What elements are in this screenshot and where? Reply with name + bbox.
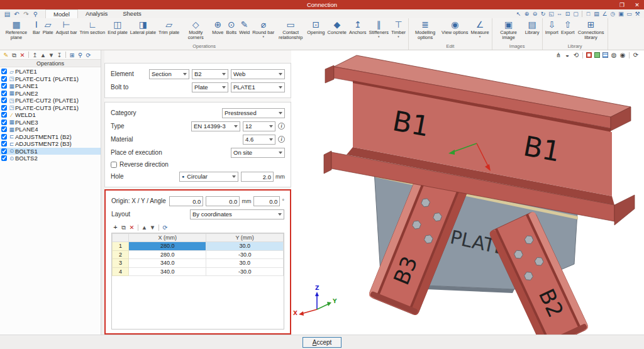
screen-icon[interactable]: ▢: [572, 10, 580, 18]
copy-icon[interactable]: ⧉: [10, 51, 18, 59]
refresh-icon[interactable]: ⟳: [84, 51, 92, 59]
tree-item-plate-cut3-plate1[interactable]: ◳PLATE-CUT3 (PLATE1): [0, 104, 101, 112]
tree-item-plane2[interactable]: ▦PLANE2: [0, 90, 101, 97]
ribbon-item-end-plate[interactable]: ◫End plate: [106, 19, 129, 36]
row-number-cell[interactable]: 3: [113, 259, 129, 268]
window-layout-icon[interactable]: □: [584, 10, 592, 18]
ribbon-item-trim-plate[interactable]: ▱Trim plate: [157, 19, 180, 36]
tree-item-plane1[interactable]: ▦PLANE1: [0, 82, 101, 90]
select-arrow-icon[interactable]: ↖: [514, 10, 523, 18]
ribbon-item-measure[interactable]: ∠Measure▾: [470, 19, 491, 38]
ribbon-item-timber[interactable]: ⊤Timber▾: [390, 19, 407, 38]
row-down-icon[interactable]: ▼: [148, 223, 157, 231]
group-tree-icon[interactable]: ⊞: [68, 51, 76, 59]
zoom-in-icon[interactable]: ⊕: [523, 10, 531, 18]
ribbon-item-move[interactable]: ⊕Move: [211, 19, 225, 36]
move-down-icon[interactable]: ▼: [47, 51, 55, 59]
origin-y-input[interactable]: 0.0: [206, 196, 240, 206]
render-sphere-icon[interactable]: ◍: [609, 52, 618, 58]
solid-green-icon[interactable]: [594, 52, 600, 58]
reverse-direction-checkbox[interactable]: [111, 162, 117, 168]
ribbon-item-stiffeners[interactable]: ∥Stiffeners▾: [368, 19, 391, 38]
ribbon-item-modify-corners[interactable]: ◇Modify corners: [180, 19, 211, 41]
hole-value-input[interactable]: 2.0: [241, 172, 274, 182]
tools-icon[interactable]: ⚒: [633, 10, 641, 18]
tree-item-checkbox[interactable]: [1, 69, 7, 74]
element-member-select[interactable]: B2: [192, 69, 228, 79]
bolt-to-type-select[interactable]: Plate: [192, 82, 228, 92]
material-select[interactable]: 4.6: [243, 135, 275, 145]
tree-item-checkbox[interactable]: [1, 76, 7, 82]
tree-item-plane3[interactable]: ▦PLANE3: [0, 119, 101, 126]
row-number-cell[interactable]: 1: [113, 242, 129, 251]
ribbon-item-lateral-plate[interactable]: ◨Lateral plate: [129, 19, 157, 36]
row-number-cell[interactable]: 4: [113, 267, 129, 276]
edit-icon[interactable]: ✎: [2, 51, 10, 59]
bolt-to-target-select[interactable]: PLATE1: [231, 82, 285, 92]
tree-item-checkbox[interactable]: [1, 148, 7, 154]
tree-item-checkbox[interactable]: [1, 141, 7, 147]
accept-button[interactable]: Accept: [303, 337, 341, 348]
search-icon[interactable]: ⚲: [76, 51, 84, 59]
ribbon-item-round-bar[interactable]: ⌀Round bar▾: [251, 19, 275, 38]
tab-analysis[interactable]: Analysis: [78, 9, 115, 18]
shaded-view-icon[interactable]: ◒: [563, 52, 572, 58]
x-value-cell[interactable]: 280.0: [129, 250, 206, 259]
zoom-out-icon[interactable]: ⊖: [531, 10, 539, 18]
delete-icon[interactable]: ✕: [18, 51, 26, 59]
ribbon-item-modelling-options[interactable]: ≣Modelling options: [410, 19, 440, 41]
refresh-table-icon[interactable]: ⟳: [161, 223, 169, 231]
zoom-window-icon[interactable]: ◱: [547, 10, 555, 18]
tab-model[interactable]: Model: [45, 9, 78, 18]
ribbon-item-concrete[interactable]: ◆Concrete: [326, 19, 348, 36]
tree-item-weld1[interactable]: ∕WELD1: [0, 111, 101, 119]
add-row-icon[interactable]: +: [111, 223, 119, 231]
pan-icon[interactable]: ⇔: [555, 10, 564, 18]
tree-item-checkbox[interactable]: [1, 112, 7, 118]
tree-item-plate-cut2-plate1[interactable]: ◳PLATE-CUT2 (PLATE1): [0, 97, 101, 104]
zoom-rotate-icon[interactable]: ↻: [539, 10, 547, 18]
rotate-reset-icon[interactable]: ⟳: [631, 52, 640, 58]
save-icon[interactable]: ▤: [3, 10, 12, 18]
ribbon-item-weld[interactable]: ✎Weld: [238, 19, 251, 36]
tree-item-checkbox[interactable]: [1, 91, 7, 96]
tree-item-bolts1[interactable]: ⊙BOLTS1: [0, 148, 101, 155]
ribbon-item-contact-relationship[interactable]: ▭Contact relationship: [275, 19, 306, 41]
row-number-cell[interactable]: 2: [113, 250, 129, 259]
origin-angle-input[interactable]: 0.0: [253, 196, 280, 206]
zoom-fit-icon[interactable]: ⊡: [564, 10, 572, 18]
type-size-select[interactable]: 12: [243, 121, 275, 131]
clock-icon[interactable]: ◷: [609, 10, 617, 18]
origin-x-input[interactable]: 0.0: [169, 196, 203, 206]
ribbon-item-opening[interactable]: ⊡Opening: [306, 19, 326, 36]
tab-sheets[interactable]: Sheets: [115, 9, 149, 18]
type-info-icon[interactable]: i: [278, 123, 285, 130]
tree-item-plate1[interactable]: ▱PLATE1: [0, 68, 101, 75]
y-value-cell[interactable]: -30.0: [206, 267, 284, 276]
tree-item-checkbox[interactable]: [1, 126, 7, 132]
axis-triad-icon[interactable]: ⋔: [554, 52, 563, 58]
ribbon-item-connections-library[interactable]: ⊞Connections library: [576, 19, 606, 41]
search-icon[interactable]: ⚲: [31, 10, 40, 18]
tree-item-checkbox[interactable]: [1, 97, 7, 103]
move-top-icon[interactable]: ↥: [31, 51, 39, 59]
delete-row-icon[interactable]: ✕: [128, 223, 136, 231]
y-value-cell[interactable]: 30.0: [206, 242, 284, 251]
close-window-icon[interactable]: ✕: [630, 2, 644, 8]
ribbon-item-bar[interactable]: ⅠBar: [31, 19, 42, 36]
tree-item-adjustment2-b3[interactable]: ⊏ADJUSTMENT2 (B3): [0, 140, 101, 148]
ribbon-item-view-options[interactable]: ◉View options: [440, 19, 469, 36]
copy-row-icon[interactable]: ⧉: [119, 223, 128, 231]
element-part-select[interactable]: Web: [231, 69, 285, 79]
visibility-eye-icon[interactable]: ◉: [618, 52, 627, 58]
category-select[interactable]: Prestressed: [222, 108, 285, 118]
move-bottom-icon[interactable]: ↧: [55, 51, 64, 59]
tree-item-checkbox[interactable]: [1, 105, 7, 111]
tree-item-checkbox[interactable]: [1, 119, 7, 125]
element-type-select[interactable]: Section: [149, 69, 189, 79]
tree-item-checkbox[interactable]: [1, 155, 7, 161]
x-value-cell[interactable]: 340.0: [129, 267, 206, 276]
ribbon-item-plate[interactable]: ▱Plate: [42, 19, 55, 36]
ribbon-item-export[interactable]: ⇧Export: [560, 19, 576, 36]
place-of-execution-select[interactable]: On site: [231, 148, 285, 158]
